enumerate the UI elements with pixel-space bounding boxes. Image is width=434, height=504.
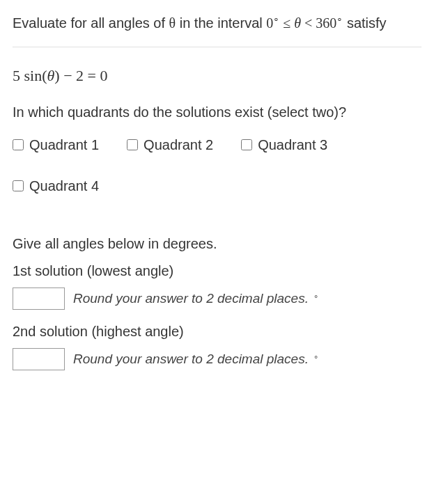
solution-1-input[interactable] bbox=[13, 288, 65, 310]
prompt-prefix: Evaluate for all angles of bbox=[13, 15, 169, 31]
checkbox-label-q3: Quadrant 3 bbox=[258, 137, 327, 153]
checkbox-input-q4[interactable] bbox=[13, 180, 24, 191]
solution-1-label: 1st solution (lowest angle) bbox=[13, 263, 421, 279]
checkbox-label-q2: Quadrant 2 bbox=[144, 137, 213, 153]
divider bbox=[13, 47, 421, 47]
prompt-suffix: satisfy bbox=[343, 15, 386, 31]
solution-1-row: Round your answer to 2 decimal places. ° bbox=[13, 288, 421, 310]
checkbox-input-q1[interactable] bbox=[13, 139, 24, 150]
checkbox-quadrant-3[interactable]: Quadrant 3 bbox=[241, 137, 327, 153]
prompt-mid: in the interval bbox=[176, 15, 266, 31]
checkbox-label-q4: Quadrant 4 bbox=[29, 178, 99, 194]
solution-1-hint: Round your answer to 2 decimal places. bbox=[73, 291, 309, 306]
equation: 5 sin(θ) − 2 = 0 bbox=[13, 67, 421, 85]
theta-symbol: θ bbox=[169, 15, 176, 31]
solution-2-input[interactable] bbox=[13, 348, 65, 370]
angles-instruction: Give all angles below in degrees. bbox=[13, 236, 421, 252]
checkbox-input-q2[interactable] bbox=[127, 139, 138, 150]
solution-2-label: 2nd solution (highest angle) bbox=[13, 324, 421, 340]
checkbox-label-q1: Quadrant 1 bbox=[29, 137, 99, 153]
quadrant-question: In which quadrants do the solutions exis… bbox=[13, 104, 421, 120]
solution-2-row: Round your answer to 2 decimal places. ° bbox=[13, 348, 421, 370]
checkbox-quadrant-1[interactable]: Quadrant 1 bbox=[13, 137, 99, 153]
checkbox-input-q3[interactable] bbox=[241, 139, 252, 150]
degree-symbol-1: ° bbox=[314, 293, 318, 304]
checkbox-group: Quadrant 1 Quadrant 2 Quadrant 3 Quadran… bbox=[13, 137, 421, 194]
checkbox-quadrant-4[interactable]: Quadrant 4 bbox=[13, 178, 99, 194]
degree-symbol-2: ° bbox=[314, 354, 318, 364]
checkbox-quadrant-2[interactable]: Quadrant 2 bbox=[127, 137, 213, 153]
interval-expression: 0∘ ≤ θ < 360∘ bbox=[266, 15, 343, 31]
solution-2-hint: Round your answer to 2 decimal places. bbox=[73, 352, 309, 367]
question-prompt: Evaluate for all angles of θ in the inte… bbox=[13, 13, 421, 33]
